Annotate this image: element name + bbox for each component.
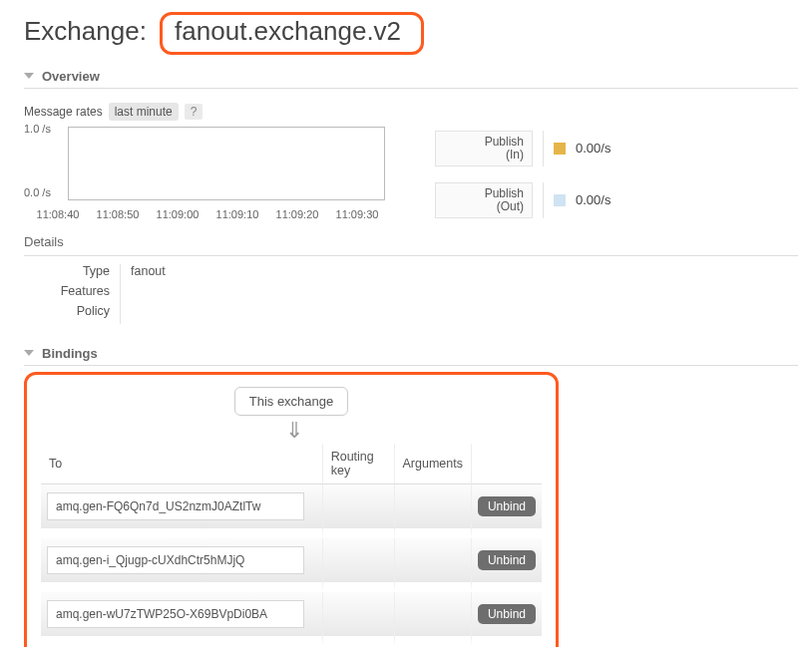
rate-row-publish-in: Publish (In) 0.00/s	[435, 131, 610, 166]
binding-arguments	[395, 592, 472, 646]
divider	[543, 182, 544, 218]
rate-value: 0.00/s	[576, 192, 610, 207]
details-key: Policy	[24, 304, 120, 324]
divider	[543, 131, 544, 166]
details-key: Type	[24, 264, 120, 284]
rate-label-line2: (In)	[506, 149, 524, 162]
rate-box: Publish (In)	[435, 131, 533, 166]
binding-arguments	[395, 485, 472, 538]
rate-label-line2: (Out)	[497, 200, 524, 213]
details-row-type: Type fanout	[24, 264, 798, 284]
unbind-button[interactable]: Unbind	[478, 496, 536, 516]
binding-routing-key	[323, 485, 395, 538]
x-tick: 11:09:00	[148, 208, 207, 220]
y-tick-top: 1.0 /s	[24, 123, 51, 135]
details-heading: Details	[24, 234, 798, 256]
message-rates-chart: 1.0 /s 0.0 /s 11:08:40 11:08:50 11:09:00…	[24, 127, 385, 220]
x-tick: 11:08:40	[28, 208, 88, 220]
page-title: Exchange: fanout.exchange.v2	[24, 12, 798, 55]
details-row-features: Features	[24, 284, 798, 304]
bindings-table: To Routing key Arguments amq.gen-FQ6Qn7d…	[41, 444, 542, 646]
binding-routing-key	[323, 592, 395, 646]
arrow-down-icon: ⇓	[41, 420, 542, 442]
rate-value: 0.00/s	[576, 141, 610, 156]
table-row: amq.gen-wU7zTWP25O-X69BVpDi0BA Unbind	[41, 592, 542, 646]
x-ticks: 11:08:40 11:08:50 11:09:00 11:09:10 11:0…	[28, 208, 387, 220]
time-window-selector[interactable]: last minute	[109, 103, 179, 121]
x-tick: 11:09:10	[207, 208, 267, 220]
bindings-panel: This exchange ⇓ To Routing key Arguments…	[24, 372, 559, 647]
overview-section-header[interactable]: Overview	[24, 65, 798, 89]
rate-row-publish-out: Publish (Out) 0.00/s	[435, 182, 610, 218]
table-row: amq.gen-i_Qjugp-cUXdhCtr5hMJjQ Unbind	[41, 538, 542, 592]
binding-destination[interactable]: amq.gen-wU7zTWP25O-X69BVpDi0BA	[47, 600, 304, 628]
binding-destination[interactable]: amq.gen-i_Qjugp-cUXdhCtr5hMJjQ	[47, 546, 304, 574]
rate-label-line1: Publish	[485, 187, 524, 200]
details-key: Features	[24, 284, 120, 304]
chevron-down-icon	[24, 350, 34, 356]
col-actions	[472, 444, 542, 485]
x-tick: 11:09:20	[267, 208, 327, 220]
table-row: amq.gen-FQ6Qn7d_US2nzmJ0AZtlTw Unbind	[41, 485, 542, 538]
this-exchange-node: This exchange	[234, 387, 349, 416]
col-arguments: Arguments	[395, 444, 472, 485]
bindings-title: Bindings	[42, 346, 98, 361]
chevron-down-icon	[24, 73, 34, 79]
bindings-section-header[interactable]: Bindings	[24, 342, 798, 366]
binding-arguments	[395, 538, 472, 592]
exchange-name: fanout.exchange.v2	[160, 12, 424, 55]
chart-plot-area	[68, 127, 385, 200]
message-rates-label: Message rates	[24, 105, 103, 119]
x-tick: 11:08:50	[88, 208, 148, 220]
binding-routing-key	[323, 538, 395, 592]
rate-label-line1: Publish	[485, 136, 524, 149]
details-block: Details Type fanout Features Policy	[24, 234, 798, 324]
details-value	[121, 304, 131, 324]
unbind-button[interactable]: Unbind	[478, 604, 536, 624]
col-routing-key: Routing key	[323, 444, 395, 485]
overview-title: Overview	[42, 69, 100, 84]
details-value: fanout	[121, 264, 166, 284]
rate-box: Publish (Out)	[435, 182, 533, 218]
page-title-prefix: Exchange:	[24, 16, 147, 46]
color-swatch	[554, 194, 566, 206]
x-tick: 11:09:30	[327, 208, 387, 220]
y-tick-bottom: 0.0 /s	[24, 186, 51, 198]
color-swatch	[554, 143, 566, 155]
details-value	[121, 284, 131, 304]
unbind-button[interactable]: Unbind	[478, 550, 536, 570]
rates-legend: Publish (In) 0.00/s Publish (Out) 0.00/s	[435, 131, 610, 218]
col-to: To	[41, 444, 323, 485]
message-rates-label-row: Message rates last minute ?	[24, 103, 798, 121]
binding-destination[interactable]: amq.gen-FQ6Qn7d_US2nzmJ0AZtlTw	[47, 492, 304, 520]
help-icon[interactable]: ?	[185, 104, 203, 120]
details-row-policy: Policy	[24, 304, 798, 324]
